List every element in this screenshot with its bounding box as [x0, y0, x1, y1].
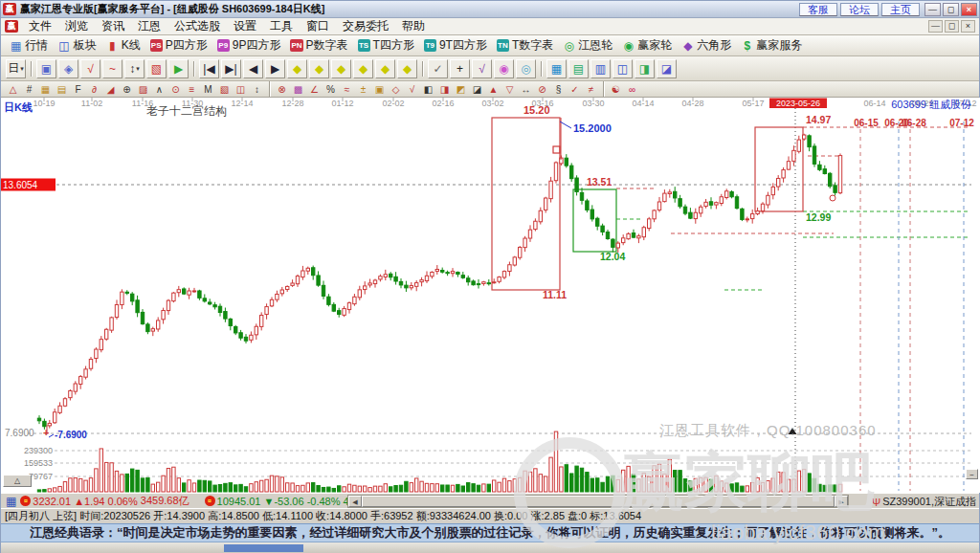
tool-icon[interactable]: ◆: [353, 59, 373, 78]
tool-icon[interactable]: ◩: [453, 82, 469, 96]
tool-icon[interactable]: ◎: [516, 59, 536, 78]
tool-icon[interactable]: ⊙: [167, 82, 184, 96]
close-button[interactable]: ×: [961, 3, 977, 16]
menu-item[interactable]: 窗口: [300, 19, 336, 33]
tool-icon[interactable]: F: [70, 82, 86, 96]
toolbar-button[interactable]: TST四方形: [353, 36, 419, 55]
tool-icon[interactable]: ↔: [518, 82, 534, 96]
minimize-button[interactable]: —: [924, 3, 941, 16]
menu-item[interactable]: 设置: [227, 19, 263, 33]
tool-icon[interactable]: §: [550, 82, 567, 96]
tool-icon[interactable]: √: [80, 59, 100, 78]
menu-item[interactable]: 交易委托: [336, 19, 395, 33]
tool-icon[interactable]: ⊕: [119, 82, 135, 96]
tool-icon[interactable]: √: [472, 59, 492, 78]
tool-icon[interactable]: ◈: [58, 59, 78, 78]
tool-icon[interactable]: ◆: [287, 59, 307, 78]
tool-icon[interactable]: ◧: [420, 82, 436, 96]
calendar-grid-icon[interactable]: ▦: [6, 495, 16, 508]
tool-icon[interactable]: ◆: [397, 59, 417, 78]
tool-icon[interactable]: ≠: [583, 82, 599, 96]
tool-icon[interactable]: ▥: [590, 59, 611, 78]
tool-icon[interactable]: ∠: [306, 82, 323, 96]
tool-icon[interactable]: ▦: [37, 82, 54, 96]
splitter-minus-button[interactable]: −: [966, 469, 978, 479]
tool-icon[interactable]: ↕: [249, 82, 265, 96]
tool-icon[interactable]: ▲: [485, 82, 501, 96]
tool-icon[interactable]: +: [450, 59, 470, 78]
tool-icon[interactable]: ≡: [184, 82, 200, 96]
tool-icon[interactable]: ~: [102, 59, 122, 78]
tool-icon[interactable]: ◨: [436, 82, 453, 96]
tool-icon[interactable]: ◫: [612, 59, 633, 78]
titlebar-link-button[interactable]: 论坛: [840, 3, 879, 16]
menu-item[interactable]: 江恩: [131, 19, 167, 33]
tool-icon[interactable]: 日▾: [6, 59, 26, 78]
toolbar-button[interactable]: T99T四方形: [419, 36, 492, 55]
menu-item[interactable]: 工具: [263, 19, 300, 33]
tool-icon[interactable]: M: [200, 82, 216, 96]
tool-icon[interactable]: ◨: [635, 59, 655, 78]
tool-icon[interactable]: ▦: [546, 59, 567, 78]
restore-button[interactable]: ◻: [943, 3, 959, 16]
titlebar-link-button[interactable]: 主页: [881, 3, 920, 16]
pane-toggle-button[interactable]: △: [3, 475, 32, 487]
toolbar-button[interactable]: TNT数字表: [492, 36, 558, 55]
tool-icon[interactable]: ▶|: [221, 59, 241, 78]
tool-icon[interactable]: %: [323, 82, 339, 96]
tool-icon[interactable]: ◆: [331, 59, 351, 78]
toolbar-button[interactable]: ▦行情: [5, 36, 53, 55]
tool-icon[interactable]: ▣: [36, 59, 56, 78]
child-restore-button[interactable]: ◻: [945, 20, 959, 33]
scroll-thumb[interactable]: [362, 496, 835, 507]
toolbar-button[interactable]: ◎江恩轮: [558, 36, 617, 55]
scroll-right-arrow[interactable]: ▶: [835, 496, 848, 507]
chart-area[interactable]: 10-1911-0211-1611-3012-1412-2801-1202-02…: [1, 98, 979, 493]
current-index-label[interactable]: SZ399001,深证成指: [882, 495, 976, 509]
tool-icon[interactable]: ⊘: [534, 82, 550, 96]
toolbar-button[interactable]: PSP四方形: [145, 36, 212, 55]
tool-icon[interactable]: ▧: [216, 82, 233, 96]
tool-icon[interactable]: ◉: [494, 59, 514, 78]
toolbar-button[interactable]: ▮K线: [101, 36, 145, 55]
tool-icon[interactable]: ▤: [568, 59, 589, 78]
tool-icon[interactable]: ∧: [151, 82, 167, 96]
tool-icon[interactable]: ∞: [624, 82, 640, 96]
menu-item[interactable]: 资讯: [95, 19, 131, 33]
menu-item[interactable]: 文件: [22, 19, 58, 33]
horizontal-scrollbar[interactable]: ◀ ▶: [347, 495, 849, 508]
tool-icon[interactable]: #: [21, 82, 37, 96]
menu-item[interactable]: 公式选股: [167, 19, 227, 33]
tool-icon[interactable]: ▧: [146, 59, 167, 78]
tool-icon[interactable]: ±: [355, 82, 371, 96]
menu-item[interactable]: 浏览: [58, 19, 95, 33]
toolbar-button[interactable]: ◫板块: [53, 36, 100, 55]
tool-icon[interactable]: ▽: [501, 82, 518, 96]
menu-item[interactable]: 帮助: [395, 19, 432, 33]
tool-icon[interactable]: ◫: [233, 82, 249, 96]
tool-icon[interactable]: ▶: [265, 59, 285, 78]
tool-icon[interactable]: ⊗: [274, 82, 290, 96]
tool-icon[interactable]: ◀: [243, 59, 263, 78]
tool-icon[interactable]: ◆: [309, 59, 329, 78]
tool-icon[interactable]: ✓: [428, 59, 448, 78]
tool-icon[interactable]: √: [404, 82, 420, 96]
child-close-button[interactable]: ×: [961, 20, 975, 33]
tool-icon[interactable]: ▶: [168, 59, 189, 78]
child-minimize-button[interactable]: —: [928, 20, 943, 33]
tool-icon[interactable]: ↕▾: [124, 59, 145, 78]
scroll-left-arrow[interactable]: ◀: [348, 496, 362, 507]
tool-icon[interactable]: ▨: [135, 82, 151, 96]
tool-icon[interactable]: ▤: [54, 82, 70, 96]
toolbar-button[interactable]: $赢家服务: [736, 36, 807, 55]
tool-icon[interactable]: ≈: [339, 82, 355, 96]
tool-icon[interactable]: ▣: [371, 82, 388, 96]
tool-icon[interactable]: ▩: [290, 82, 306, 96]
tool-icon[interactable]: △: [5, 82, 21, 96]
tool-icon[interactable]: ☯: [608, 82, 624, 96]
toolbar-button[interactable]: PNP数字表: [285, 36, 352, 55]
titlebar-link-button[interactable]: 客服: [799, 3, 837, 16]
tool-icon[interactable]: ◆: [375, 59, 395, 78]
toolbar-button[interactable]: P99P四方形: [212, 36, 286, 55]
price-chart-svg[interactable]: 10-1911-0211-1611-3012-1412-2801-1202-02…: [1, 98, 980, 493]
